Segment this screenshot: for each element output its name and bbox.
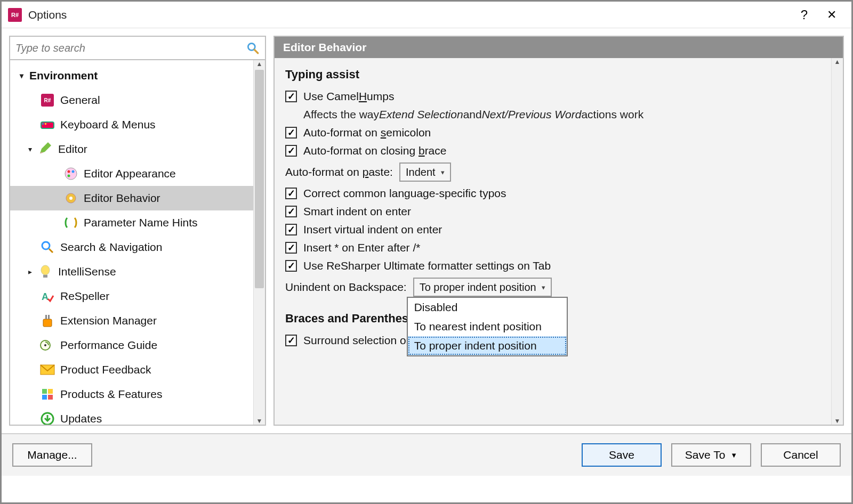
svg-text:R#: R# <box>44 97 51 103</box>
update-icon <box>40 411 55 425</box>
sidebar: ▾ Environment R#GeneralKeyboard & Menus▾… <box>9 36 266 426</box>
app-icon: R# <box>8 8 22 22</box>
tree-item-label: Search & Navigation <box>60 241 162 254</box>
tree-item-keyboard-menus[interactable]: Keyboard & Menus <box>10 112 253 137</box>
perf-icon <box>40 338 55 353</box>
tree-item-label: Keyboard & Menus <box>60 118 156 131</box>
select-autoformat-paste[interactable]: Indent ▾ <box>399 162 451 182</box>
label-tab-formatter: Use ReSharper Ultimate formatter setting… <box>303 259 551 272</box>
search-row <box>10 37 265 60</box>
dropdown-option[interactable]: To proper indent position <box>408 336 567 355</box>
tree-scrollbar[interactable]: ▲ ▼ <box>253 60 265 425</box>
pencil-icon <box>38 142 53 157</box>
search-icon[interactable] <box>246 41 260 55</box>
tree-item-products-features[interactable]: Products & Features <box>10 382 253 407</box>
chevron-down-icon: ▾ <box>542 283 545 291</box>
label-unindent: Unindent on Backspace: <box>285 281 407 294</box>
cancel-button[interactable]: Cancel <box>761 443 841 467</box>
manage-button[interactable]: Manage... <box>12 443 92 467</box>
window-title: Options <box>28 9 790 21</box>
checkbox-autoformat-brace[interactable] <box>285 145 297 157</box>
dropdown-option[interactable]: Disabled <box>408 298 567 317</box>
ext-icon <box>40 313 55 328</box>
svg-line-1 <box>254 50 258 53</box>
svg-point-9 <box>72 170 75 173</box>
row-smart-indent: Smart indent on enter <box>285 205 832 218</box>
svg-point-15 <box>41 265 50 275</box>
label-typos: Correct common language-specific typos <box>303 187 506 200</box>
svg-point-10 <box>68 175 70 177</box>
tree-item-label: Product Feedback <box>60 363 151 376</box>
content-pane: Editor Behavior Typing assist Use CamelH… <box>273 36 844 426</box>
save-button[interactable]: Save <box>582 443 662 467</box>
checkbox-surround[interactable] <box>285 335 297 346</box>
tree-item-editor[interactable]: ▾Editor <box>10 137 253 161</box>
dropdown-option[interactable]: To nearest indent position <box>408 317 567 336</box>
svg-point-13 <box>42 242 50 249</box>
content-header: Editor Behavior <box>275 37 843 58</box>
label-camelhumps: Use CamelHumps <box>303 90 394 103</box>
dropdown-unindent: Disabled To nearest indent position To p… <box>407 297 568 356</box>
label-surround: Surround selection on <box>303 334 412 347</box>
label-autoformat-semicolon: Auto-format on semicolon <box>303 126 431 139</box>
tree-item-parameter-name-hints[interactable]: Parameter Name Hints <box>10 210 253 235</box>
tree-item-label: Products & Features <box>60 388 162 401</box>
tree-root-environment[interactable]: ▾ Environment <box>10 63 253 88</box>
svg-rect-4 <box>41 122 54 128</box>
row-unindent: Unindent on Backspace: To proper indent … <box>285 278 832 297</box>
svg-point-22 <box>44 344 46 346</box>
kbd-icon <box>40 117 55 132</box>
tree-item-label: IntelliSense <box>58 265 116 278</box>
tree-item-general[interactable]: R#General <box>10 88 253 112</box>
palette-icon <box>63 166 78 181</box>
checkbox-tab-formatter[interactable] <box>285 260 297 272</box>
tree-item-product-feedback[interactable]: Product Feedback <box>10 357 253 382</box>
row-autoformat-semicolon: Auto-format on semicolon <box>285 126 832 139</box>
checkbox-autoformat-semicolon[interactable] <box>285 127 297 139</box>
tree-item-label: Editor Appearance <box>84 167 176 180</box>
tree-item-label: Parameter Name Hints <box>84 216 198 229</box>
label-smart-indent: Smart indent on enter <box>303 205 411 218</box>
checkbox-camelhumps[interactable] <box>285 91 297 102</box>
tree-item-label: ReSpeller <box>60 290 109 303</box>
tree-item-search-navigation[interactable]: Search & Navigation <box>10 235 253 259</box>
svg-rect-5 <box>42 123 44 125</box>
checkbox-virtual-indent[interactable] <box>285 224 297 235</box>
svg-rect-27 <box>48 395 53 400</box>
search-icon <box>40 240 55 255</box>
checkbox-insert-star[interactable] <box>285 242 297 254</box>
tree-item-intellisense[interactable]: ▸IntelliSense <box>10 259 253 284</box>
search-input[interactable] <box>15 42 246 54</box>
tree-item-label: Editor Behavior <box>84 192 160 205</box>
svg-point-12 <box>69 197 73 200</box>
close-button[interactable]: ✕ <box>818 8 845 22</box>
chevron-down-icon: ▼ <box>730 451 737 459</box>
tree-item-respeller[interactable]: AReSpeller <box>10 284 253 308</box>
svg-rect-24 <box>42 389 47 394</box>
svg-rect-20 <box>48 315 50 319</box>
select-unindent[interactable]: To proper indent position ▾ <box>413 278 552 297</box>
footer: Manage... Save Save To ▼ Cancel <box>2 433 851 476</box>
gear-icon <box>63 191 78 206</box>
tree-item-extension-manager[interactable]: Extension Manager <box>10 308 253 333</box>
checkbox-typos[interactable] <box>285 188 297 199</box>
tree-item-editor-appearance[interactable]: Editor Appearance <box>10 161 253 186</box>
options-tree[interactable]: ▾ Environment R#GeneralKeyboard & Menus▾… <box>10 60 253 425</box>
help-button[interactable]: ? <box>790 7 818 22</box>
checkbox-smart-indent[interactable] <box>285 206 297 217</box>
svg-point-7 <box>65 168 77 180</box>
app-icon: R# <box>40 93 55 108</box>
tree-item-performance-guide[interactable]: Performance Guide <box>10 333 253 357</box>
row-insert-star: Insert * on Enter after /* <box>285 241 832 254</box>
tree-item-editor-behavior[interactable]: Editor Behavior <box>10 186 253 210</box>
chevron-down-icon: ▾ <box>441 168 445 176</box>
tree-item-updates[interactable]: Updates <box>10 407 253 425</box>
svg-rect-6 <box>45 123 46 125</box>
content-scrollbar[interactable]: ▲ ▼ <box>831 58 843 425</box>
svg-rect-18 <box>43 319 52 327</box>
save-to-button[interactable]: Save To ▼ <box>671 443 751 467</box>
section-typing-assist: Typing assist <box>285 68 832 82</box>
label-virtual-indent: Insert virtual indent on enter <box>303 223 442 236</box>
respell-icon: A <box>40 289 55 304</box>
label-autoformat-brace: Auto-format on closing brace <box>303 144 446 157</box>
